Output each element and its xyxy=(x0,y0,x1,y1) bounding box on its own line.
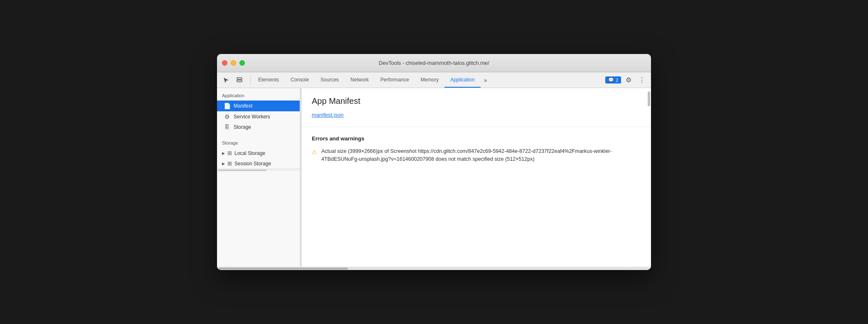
sidebar-storage-section-label: Storage xyxy=(217,135,300,148)
service-workers-icon: ⚙ xyxy=(224,113,230,120)
message-icon: 💬 xyxy=(608,77,614,83)
tab-performance[interactable]: Performance xyxy=(375,72,415,88)
tabs: Elements Console Sources Network Perform… xyxy=(252,72,602,88)
main-panel: App Manifest manifest.json Errors and wa… xyxy=(302,88,651,267)
sidebar-item-session-storage[interactable]: ▶ ⊞ Session Storage xyxy=(217,158,300,169)
devtools-toolbar: Elements Console Sources Network Perform… xyxy=(217,72,651,88)
tab-memory[interactable]: Memory xyxy=(415,72,444,88)
toolbar-icons xyxy=(220,74,245,86)
tab-elements[interactable]: Elements xyxy=(252,72,285,88)
layers-icon-button[interactable] xyxy=(234,74,245,86)
bottom-scrollbar-track[interactable] xyxy=(219,268,649,270)
svg-rect-0 xyxy=(237,78,242,79)
settings-button[interactable]: ⚙ xyxy=(623,74,634,86)
tab-sources[interactable]: Sources xyxy=(315,72,345,88)
tab-network[interactable]: Network xyxy=(345,72,375,88)
panel-scrollbar-thumb[interactable] xyxy=(648,91,650,106)
sidebar-horizontal-scrollbar[interactable] xyxy=(217,169,300,171)
app-manifest-section: App Manifest manifest.json xyxy=(302,88,651,127)
tab-console[interactable]: Console xyxy=(285,72,315,88)
bottom-scrollbar-container xyxy=(217,267,651,270)
manifest-icon: 📄 xyxy=(224,103,230,109)
session-storage-grid-icon: ⊞ xyxy=(227,160,232,167)
sidebar-item-session-storage-label: Session Storage xyxy=(234,161,271,167)
main-content: Application 📄 Manifest ⚙ Service Workers… xyxy=(217,88,651,267)
errors-section: Errors and warnings ⚠ Actual size (3999×… xyxy=(302,127,651,172)
window-title: DevTools - chiseled-mammoth-talos.glitch… xyxy=(379,60,489,66)
sidebar: Application 📄 Manifest ⚙ Service Workers… xyxy=(217,88,300,267)
maximize-button[interactable] xyxy=(239,60,245,66)
title-bar: DevTools - chiseled-mammoth-talos.glitch… xyxy=(217,54,651,72)
more-button[interactable]: ⋮ xyxy=(636,74,648,86)
warning-row: ⚠ Actual size (3999×2666)px of Screensho… xyxy=(312,147,641,163)
tab-application[interactable]: Application xyxy=(444,72,481,88)
manifest-json-link[interactable]: manifest.json xyxy=(312,112,344,118)
tabs-overflow-button[interactable]: » xyxy=(481,72,491,88)
sidebar-item-service-workers[interactable]: ⚙ Service Workers xyxy=(217,111,300,122)
more-icon: ⋮ xyxy=(639,76,645,84)
sidebar-item-manifest-label: Manifest xyxy=(234,103,252,109)
minimize-button[interactable] xyxy=(231,60,236,66)
storage-icon: 🗄 xyxy=(224,124,230,130)
settings-icon: ⚙ xyxy=(626,76,631,84)
messages-badge[interactable]: 💬 2 xyxy=(605,76,621,83)
sidebar-item-local-storage-label: Local Storage xyxy=(234,150,265,156)
expand-arrow-local: ▶ xyxy=(222,151,225,155)
cursor-icon-button[interactable] xyxy=(220,74,232,86)
errors-title: Errors and warnings xyxy=(312,135,641,142)
sidebar-item-storage[interactable]: 🗄 Storage xyxy=(217,122,300,132)
sidebar-scrollbar-thumb xyxy=(218,169,266,171)
warning-icon: ⚠ xyxy=(312,148,317,157)
toolbar-right: 💬 2 ⚙ ⋮ xyxy=(605,74,648,86)
local-storage-grid-icon: ⊞ xyxy=(227,150,232,156)
toolbar-divider xyxy=(250,75,251,85)
devtools-window: DevTools - chiseled-mammoth-talos.glitch… xyxy=(217,54,651,270)
sidebar-item-local-storage[interactable]: ▶ ⊞ Local Storage xyxy=(217,148,300,158)
svg-rect-1 xyxy=(237,80,242,82)
warning-text: Actual size (3999×2666)px of Screenshot … xyxy=(321,147,641,163)
expand-arrow-session: ▶ xyxy=(222,162,225,166)
sidebar-app-section-label: Application xyxy=(217,88,300,101)
sidebar-item-service-workers-label: Service Workers xyxy=(234,114,270,120)
sidebar-item-storage-label: Storage xyxy=(234,124,251,130)
traffic-lights xyxy=(222,60,245,66)
sidebar-item-manifest[interactable]: 📄 Manifest xyxy=(217,101,300,111)
close-button[interactable] xyxy=(222,60,227,66)
bottom-scrollbar-thumb xyxy=(219,268,348,270)
panel-title: App Manifest xyxy=(312,96,641,106)
messages-count: 2 xyxy=(616,78,618,83)
